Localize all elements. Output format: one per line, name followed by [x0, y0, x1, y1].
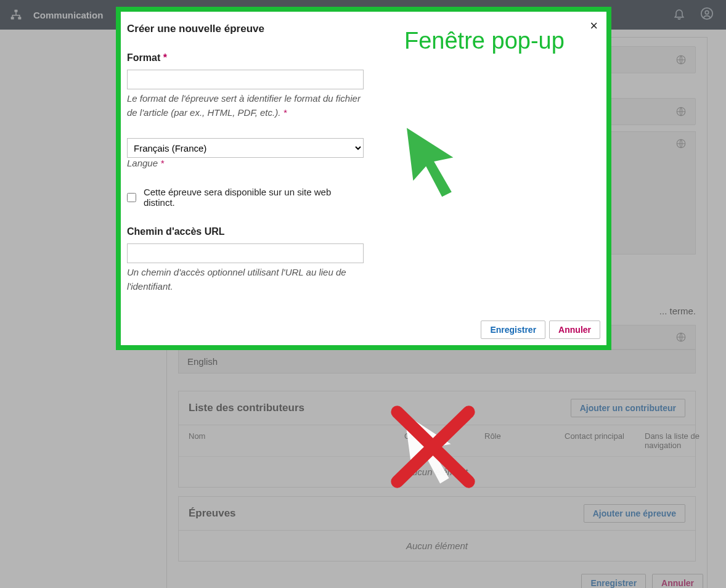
url-path-help: Un chemin d'accès optionnel utilisant l'… [127, 266, 364, 293]
close-button[interactable]: × [590, 19, 598, 33]
distinct-site-label: Cette épreuve sera disponible sur un sit… [144, 187, 364, 208]
language-select[interactable]: Français (France) [127, 138, 364, 158]
modal-title: Créer une nouvelle épreuve [127, 23, 264, 35]
url-path-label: Chemin d'accès URL [127, 226, 364, 237]
format-input[interactable] [127, 70, 364, 89]
url-path-input[interactable] [127, 243, 364, 263]
modal-cancel-button[interactable]: Annuler [549, 321, 600, 339]
language-label: Langue * [127, 158, 364, 168]
format-help: Le format de l'épreuve sert à identifier… [127, 92, 364, 120]
format-label: Format [127, 52, 160, 63]
required-star: * [163, 52, 167, 63]
distinct-site-checkbox[interactable] [127, 193, 136, 202]
annotation-popup-label: Fenêtre pop-up [404, 28, 565, 54]
modal-save-button[interactable]: Enregistrer [481, 321, 545, 339]
create-galley-modal: Créer une nouvelle épreuve × Fenêtre pop… [116, 7, 611, 350]
